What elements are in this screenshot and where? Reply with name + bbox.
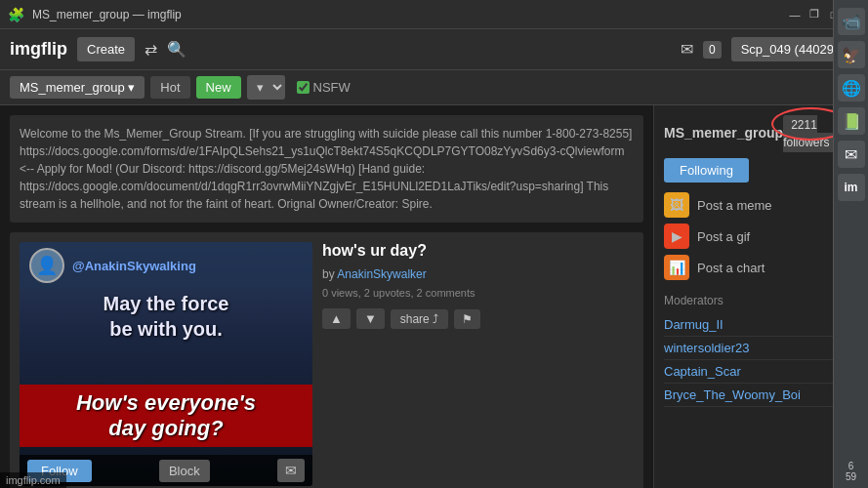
chrome-ext-globe[interactable]: 🌐 xyxy=(838,74,865,102)
chrome-ext-mail[interactable]: ✉ xyxy=(838,141,865,168)
moderators-section: Moderators Darmug_II wintersoldier23 Cap… xyxy=(664,294,858,407)
puzzle-icon: 🧩 xyxy=(8,7,24,22)
moderator-item[interactable]: Darmug_II xyxy=(664,313,858,337)
post-chart-action[interactable]: 📊 Post a chart xyxy=(664,255,858,280)
moderator-item[interactable]: wintersoldier23 xyxy=(664,337,858,360)
titlebar-title: MS_memer_group — imgflip xyxy=(32,8,182,21)
stream-selector[interactable]: MS_memer_group ▾ xyxy=(10,76,145,99)
stream-description: Welcome to the Ms_Memer_Group Stream. [I… xyxy=(10,115,643,223)
post-meme-label: Post a meme xyxy=(697,198,772,213)
post-gif-label: Post a gif xyxy=(697,229,750,244)
post-info: how's ur day? by AnakinSkywalker 0 views… xyxy=(322,242,634,486)
restore-button[interactable]: ❐ xyxy=(807,8,821,21)
post-chart-label: Post a chart xyxy=(697,261,765,275)
create-button[interactable]: Create xyxy=(77,37,135,61)
gif-icon: ▶ xyxy=(664,224,689,249)
left-content: Welcome to the Ms_Memer_Group Stream. [I… xyxy=(0,105,653,488)
chrome-ext-im[interactable]: im xyxy=(838,174,865,201)
post-stats: 0 views, 2 upvotes, 2 comments xyxy=(322,287,634,299)
nsfw-toggle[interactable]: NSFW xyxy=(297,80,351,95)
moderator-item[interactable]: Bryce_The_Woomy_Boi xyxy=(664,384,858,407)
post-image: 👤 @AnakinSkywalking May the forcebe with… xyxy=(20,242,312,486)
chrome-ext-book[interactable]: 📗 xyxy=(838,107,865,135)
following-button[interactable]: Following xyxy=(664,158,749,183)
top-nav: imgflip Create ⇄ 🔍 ✉ 0 Scp_049 (44029) ▾ xyxy=(0,29,868,70)
upvote-button[interactable]: ▲ xyxy=(322,308,351,329)
chrome-time: 659 xyxy=(846,461,856,482)
post-gif-action[interactable]: ▶ Post a gif xyxy=(664,224,858,249)
post-vote-row: ▲ ▼ share ⤴ ⚑ xyxy=(322,308,634,329)
search-icon[interactable]: 🔍 xyxy=(167,40,186,59)
post-author: by AnakinSkywalker xyxy=(322,267,634,281)
notification-count[interactable]: 0 xyxy=(703,41,722,59)
nsfw-checkbox[interactable] xyxy=(297,81,310,94)
block-button[interactable]: Block xyxy=(159,460,210,482)
followers-badge: 2211 followers xyxy=(783,115,837,152)
avatar: 👤 xyxy=(29,248,64,283)
post-image-inner: 👤 @AnakinSkywalking May the forcebe with… xyxy=(20,242,312,486)
chrome-ext-video[interactable]: 📹 xyxy=(838,8,865,35)
sub-nav: MS_memer_group ▾ Hot New ▾ NSFW xyxy=(0,70,868,105)
post-card: 👤 @AnakinSkywalking May the forcebe with… xyxy=(10,232,643,488)
mail-user-button[interactable]: ✉ xyxy=(277,459,305,482)
sort-hot-button[interactable]: Hot xyxy=(150,76,189,99)
force-text: May the forcebe with you. xyxy=(94,291,239,342)
shuffle-icon[interactable]: ⇄ xyxy=(145,40,157,59)
minimize-button[interactable]: — xyxy=(788,8,802,21)
sidebar-actions: 🖼 Post a meme ▶ Post a gif 📊 Post a char… xyxy=(664,192,858,280)
flag-button[interactable]: ⚑ xyxy=(454,309,480,329)
post-username-overlay: @AnakinSkywalking xyxy=(72,259,196,273)
main-content: Welcome to the Ms_Memer_Group Stream. [I… xyxy=(0,105,868,488)
chart-icon: 📊 xyxy=(664,255,689,280)
footer-label: imgflip.com xyxy=(6,474,61,486)
meme-icon: 🖼 xyxy=(664,192,689,218)
share-button[interactable]: share ⤴ xyxy=(391,309,448,329)
browser-chrome-right: 📹 🦅 🌐 📗 ✉ im 659 xyxy=(833,0,868,488)
description-text: Welcome to the Ms_Memer_Group Stream. [I… xyxy=(20,127,632,211)
titlebar: 🧩 MS_memer_group — imgflip — ❐ □ ✕ xyxy=(0,0,868,29)
imgflip-footer: imgflip.com xyxy=(0,472,66,488)
post-title: how's ur day? xyxy=(322,242,634,260)
post-meme-action[interactable]: 🖼 Post a meme xyxy=(664,192,858,218)
post-header-overlay: 👤 @AnakinSkywalking xyxy=(20,242,312,289)
downvote-button[interactable]: ▼ xyxy=(356,308,385,329)
logo: imgflip xyxy=(10,39,67,60)
moderator-item[interactable]: Captain_Scar xyxy=(664,360,858,384)
bottom-text: How's everyone'sday going? xyxy=(20,385,312,447)
sidebar-stream-header: MS_memer_group 2211 followers xyxy=(664,115,858,150)
mail-icon[interactable]: ✉ xyxy=(681,40,693,59)
chrome-ext-bird[interactable]: 🦅 xyxy=(838,41,865,68)
sort-dropdown[interactable]: ▾ xyxy=(247,75,285,100)
post-author-link[interactable]: AnakinSkywalker xyxy=(337,267,426,281)
nsfw-label: NSFW xyxy=(313,80,351,95)
moderators-title: Moderators xyxy=(664,294,858,307)
sort-new-button[interactable]: New xyxy=(196,76,241,99)
sidebar-stream-name: MS_memer_group xyxy=(664,125,783,141)
titlebar-left: 🧩 MS_memer_group — imgflip xyxy=(8,7,182,22)
